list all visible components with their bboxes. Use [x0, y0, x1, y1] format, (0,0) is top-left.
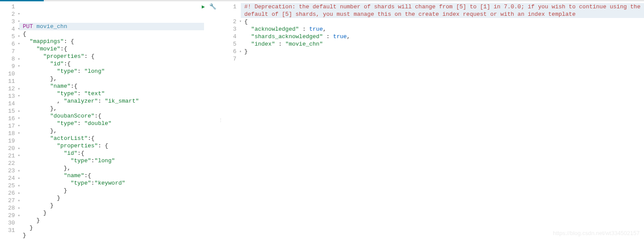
line-number: 21 — [0, 152, 19, 160]
line-number: 19 — [0, 137, 19, 145]
code-line: "properties": { — [19, 142, 204, 150]
editor-container: 1234567891011121314151617181920212223242… — [0, 1, 644, 239]
line-number: 4 — [222, 33, 241, 40]
deprecation-warning: #! Deprecation: the default number of sh… — [241, 3, 644, 18]
line-number: 2 — [0, 11, 19, 18]
code-line: "shards_acknowledged" : true, — [241, 33, 644, 40]
line-number: 22 — [0, 160, 19, 167]
line-number: 7 — [222, 55, 241, 63]
line-number: 24 — [0, 175, 19, 182]
code-line — [241, 55, 644, 63]
code-line: } — [19, 194, 204, 202]
line-number: 9 — [0, 63, 19, 70]
code-line: { — [19, 30, 204, 38]
code-line: "type": "double" — [19, 120, 204, 127]
line-number: 14 — [0, 100, 19, 107]
line-number: 27 — [0, 197, 19, 204]
request-code[interactable]: ▶ 🔧 PUT movie_chn{ "mappings": { "movie"… — [19, 1, 219, 239]
code-line: } — [241, 48, 644, 55]
line-number: 12 — [0, 85, 19, 93]
code-line: } — [19, 232, 204, 239]
code-line: "type":"keyword" — [19, 179, 204, 187]
line-number: 23 — [0, 167, 19, 175]
code-line: "type":"long" — [19, 157, 204, 164]
response-viewer-pane: 1234567 #! Deprecation: the default numb… — [222, 1, 644, 239]
line-number: 18 — [0, 130, 19, 137]
line-number: 6 — [0, 40, 19, 48]
code-line: "acknowledged" : true, — [241, 25, 644, 33]
code-line: "type": "text" — [19, 90, 204, 97]
line-number: 2 — [222, 18, 241, 25]
code-line: , "analyzer": "ik_smart" — [19, 97, 204, 105]
line-number: 31 — [0, 227, 19, 234]
code-line: "type": "long" — [19, 68, 204, 75]
request-editor-pane: 1234567891011121314151617181920212223242… — [0, 1, 219, 239]
line-number: 1 — [222, 3, 241, 18]
code-line: "actorList":{ — [19, 135, 204, 142]
line-number: 8 — [0, 55, 19, 63]
code-line: }, — [19, 164, 204, 172]
line-number: 5 — [222, 40, 241, 48]
line-number: 25 — [0, 182, 19, 189]
code-line: "id":{ — [19, 60, 204, 68]
line-number: 26 — [0, 189, 19, 197]
line-number: 11 — [0, 78, 19, 85]
code-line: } — [19, 202, 204, 209]
code-line: "name":{ — [19, 172, 204, 179]
run-icon[interactable]: ▶ — [202, 4, 205, 10]
code-line: }, — [19, 127, 204, 135]
line-number: 3 — [222, 25, 241, 33]
line-number: 20 — [0, 145, 19, 152]
code-line: "doubanScore":{ — [19, 112, 204, 120]
line-number: 5 — [0, 33, 19, 40]
line-number: 16 — [0, 115, 19, 122]
request-actions: ▶ 🔧 — [202, 3, 216, 10]
code-line: "name":{ — [19, 82, 204, 90]
code-line: } — [19, 209, 204, 217]
line-number: 7 — [0, 48, 19, 55]
code-line: "properties": { — [19, 53, 204, 60]
code-line: }, — [19, 105, 204, 112]
code-line: } — [19, 187, 204, 194]
wrench-icon[interactable]: 🔧 — [209, 3, 216, 10]
line-number: 1 — [0, 3, 19, 11]
code-line: "movie":{ — [19, 45, 204, 53]
code-line: { — [241, 18, 644, 25]
request-line: PUT movie_chn — [19, 23, 204, 30]
line-number: 28 — [0, 204, 19, 212]
line-number: 17 — [0, 122, 19, 130]
code-line: "index" : "movie_chn" — [241, 40, 644, 48]
line-number: 13 — [0, 93, 19, 100]
line-number: 6 — [222, 48, 241, 55]
line-number: 4 — [0, 25, 19, 33]
code-line: "mappings": { — [19, 38, 204, 45]
line-number: 30 — [0, 219, 19, 227]
response-code[interactable]: #! Deprecation: the default number of sh… — [241, 1, 644, 239]
code-line: "id":{ — [19, 150, 204, 157]
code-line: }, — [19, 75, 204, 82]
line-number: 3 — [0, 18, 19, 25]
line-number: 10 — [0, 70, 19, 78]
code-line: } — [19, 217, 204, 224]
response-gutter: 1234567 — [222, 1, 241, 239]
line-number: 15 — [0, 107, 19, 115]
line-number: 29 — [0, 212, 19, 219]
code-line: } — [19, 224, 204, 232]
request-gutter: 1234567891011121314151617181920212223242… — [0, 1, 19, 239]
